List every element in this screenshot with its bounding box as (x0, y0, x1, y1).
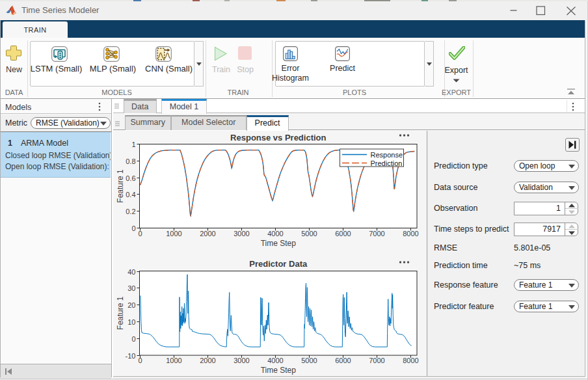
svg-text:4000: 4000 (267, 357, 283, 364)
svg-text:-10: -10 (126, 352, 136, 360)
svg-text:Feature 1: Feature 1 (116, 169, 125, 203)
svg-text:10: 10 (127, 318, 135, 326)
svg-text:3000: 3000 (234, 357, 249, 364)
svg-text:6000: 6000 (335, 230, 351, 238)
svg-text:Response: Response (371, 151, 403, 159)
svg-text:40: 40 (127, 268, 135, 276)
svg-text:1000: 1000 (166, 357, 181, 364)
svg-text:7000: 7000 (369, 230, 384, 238)
svg-text:Response vs Prediction: Response vs Prediction (230, 133, 326, 142)
svg-text:2000: 2000 (200, 230, 215, 238)
svg-text:8000: 8000 (403, 357, 418, 364)
svg-text:0.2: 0.2 (126, 208, 135, 215)
svg-text:0: 0 (131, 335, 135, 343)
svg-text:8000: 8000 (403, 230, 418, 238)
svg-text:6000: 6000 (335, 357, 351, 364)
svg-text:2000: 2000 (200, 357, 215, 364)
svg-text:Prediction: Prediction (371, 159, 403, 167)
svg-text:Predictor Data: Predictor Data (249, 259, 308, 269)
svg-text:1: 1 (131, 141, 135, 148)
svg-text:5000: 5000 (301, 230, 317, 238)
svg-text:1000: 1000 (166, 230, 181, 238)
svg-text:0.8: 0.8 (126, 157, 135, 165)
svg-text:7000: 7000 (369, 357, 384, 364)
svg-text:5000: 5000 (301, 357, 317, 364)
svg-text:Time Step: Time Step (261, 366, 297, 375)
svg-text:0: 0 (131, 224, 135, 232)
svg-text:3000: 3000 (234, 230, 249, 238)
svg-text:4000: 4000 (267, 230, 283, 238)
svg-text:20: 20 (127, 301, 135, 309)
svg-text:0.6: 0.6 (126, 174, 135, 182)
svg-text:Time Step: Time Step (261, 239, 297, 248)
svg-text:Feature 1: Feature 1 (116, 296, 125, 330)
svg-text:0: 0 (138, 357, 142, 364)
svg-text:0: 0 (138, 230, 142, 238)
svg-text:0.4: 0.4 (126, 191, 135, 198)
svg-text:30: 30 (127, 284, 135, 292)
